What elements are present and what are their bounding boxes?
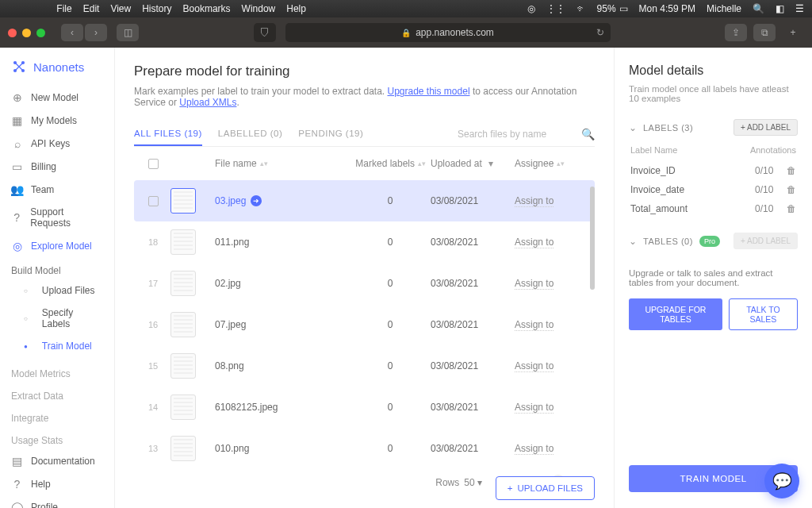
assign-to-link[interactable]: Assign to [515,237,553,248]
file-name[interactable]: 02.jpg [215,278,350,289]
menu-help[interactable]: Help [286,3,306,14]
control-center-icon[interactable]: ◧ [776,3,784,14]
upload-files-button[interactable]: +UPLOAD FILES [496,476,595,500]
nav-help[interactable]: ?Help [0,472,114,495]
sidebar-toggle[interactable]: ◫ [117,24,139,41]
share-button[interactable]: ⇪ [725,24,747,41]
col-assignee[interactable]: Assignee▴▾ [515,158,586,169]
nav-integrate[interactable]: Integrate [0,405,114,427]
assign-to-link[interactable]: Assign to [515,360,553,372]
notification-icon[interactable]: ☰ [795,3,804,14]
file-thumbnail[interactable] [170,229,196,255]
menu-bookmarks[interactable]: Bookmarks [183,3,231,14]
file-name[interactable]: 08.png [215,360,350,371]
maximize-window[interactable] [36,29,45,37]
scrollbar[interactable] [590,187,595,290]
upgrade-tables-button[interactable]: UPGRADE FOR TABLES [629,298,722,330]
menu-window[interactable]: Window [242,3,276,14]
nav-train-model[interactable]: Train Model [0,335,114,357]
table-row[interactable]: 18011.png003/08/2021Assign to [134,221,595,263]
chevron-down-icon[interactable]: ⌄ [629,122,637,133]
col-uploaded[interactable]: Uploaded at▾ [431,158,510,169]
wifi-icon[interactable]: ⋮⋮ [546,3,565,14]
nav-api-keys[interactable]: ⌕API Keys [0,132,114,155]
table-row[interactable]: 1607.jpeg003/08/2021Assign to [134,304,595,345]
uploaded-date: 03/08/2021 [431,443,510,454]
file-thumbnail[interactable] [170,271,196,296]
upload-xmls-link[interactable]: Upload XMLs [179,97,236,108]
assign-to-link[interactable]: Assign to [515,319,553,331]
rows-select[interactable]: 50 ▾ [464,477,482,488]
file-name[interactable]: 61082125.jpeg [215,402,350,413]
nav-billing[interactable]: ▭Billing [0,155,114,178]
select-all-checkbox[interactable] [148,159,159,169]
tabs-button[interactable]: ⧉ [753,24,776,41]
assign-to-link[interactable]: Assign to [515,278,553,290]
clock[interactable]: Mon 4:59 PM [639,3,695,14]
tab-all-files[interactable]: ALL FILES (19) [134,122,202,146]
wifi-icon[interactable]: ᯤ [576,3,586,14]
delete-label-icon[interactable]: 🗑 [787,184,796,195]
close-window[interactable] [8,29,17,37]
nav-team[interactable]: 👥Team [0,178,114,201]
file-thumbnail[interactable] [170,312,196,337]
reload-icon[interactable]: ↻ [596,27,604,38]
file-thumbnail[interactable] [170,394,196,420]
delete-label-icon[interactable]: 🗑 [787,165,796,176]
menu-edit[interactable]: Edit [83,3,100,14]
row-checkbox[interactable] [148,196,159,206]
file-name[interactable]: 07.jpeg [215,319,350,330]
col-marked[interactable]: Marked labels▴▾ [354,158,426,169]
nav-profile[interactable]: ◯Profile [0,495,114,508]
user-name[interactable]: Michelle [707,3,741,14]
talk-to-sales-button[interactable]: TALK TO SALES [729,298,798,330]
file-name[interactable]: 011.png [215,237,350,248]
assign-to-link[interactable]: Assign to [515,195,553,207]
col-filename[interactable]: File name▴▾ [215,158,350,169]
file-name[interactable]: 010.png [215,443,350,454]
tab-labelled[interactable]: LABELLED (0) [218,122,282,146]
file-thumbnail[interactable] [170,188,196,214]
nav-explore-model[interactable]: ◎Explore Model [0,234,114,257]
search-input[interactable] [458,129,576,140]
menu-view[interactable]: View [110,3,131,14]
address-bar[interactable]: 🔒 app.nanonets.com ↻ [285,23,611,42]
brand[interactable]: Nanonets [0,59,114,86]
new-tab-button[interactable]: + [782,24,804,41]
table-row[interactable]: 1508.png003/08/2021Assign to [134,345,595,387]
nav-my-models[interactable]: ▦My Models [0,109,114,132]
nav-model-metrics[interactable]: Model Metrics [0,357,114,383]
privacy-shield-icon[interactable]: ⛉ [254,23,276,42]
chevron-down-icon[interactable]: ⌄ [629,236,637,247]
nav-usage-stats[interactable]: Usage Stats [0,427,114,449]
nav-new-model[interactable]: ⊕New Model [0,86,114,109]
nav-documentation[interactable]: ▤Documentation [0,449,114,472]
nav-build-model[interactable]: Build Model [0,257,114,279]
menu-file[interactable]: File [56,3,71,14]
delete-label-icon[interactable]: 🗑 [787,203,796,214]
spotlight-icon[interactable]: 🔍 [753,3,764,14]
forward-button[interactable]: › [85,24,107,41]
assign-to-link[interactable]: Assign to [515,443,553,455]
table-row[interactable]: 1702.jpg003/08/2021Assign to [134,263,595,304]
table-row[interactable]: 13010.png003/08/2021Assign to [134,428,595,467]
tab-pending[interactable]: PENDING (19) [298,122,363,146]
table-row[interactable]: 1461082125.jpeg003/08/2021Assign to [134,387,595,428]
intercom-launcher[interactable]: 💬 [764,464,799,498]
upgrade-link[interactable]: Upgrade this model [387,86,469,97]
back-button[interactable]: ‹ [61,24,83,41]
minimize-window[interactable] [22,29,31,37]
file-name[interactable]: 03.jpeg ➜ [215,195,350,206]
assign-to-link[interactable]: Assign to [515,402,553,414]
nav-upload-files[interactable]: Upload Files [0,279,114,302]
add-label-button[interactable]: + ADD LABEL [733,119,798,136]
search-icon[interactable]: 🔍 [581,128,595,140]
table-row[interactable]: 03.jpeg ➜003/08/2021Assign to🗑 [134,180,595,221]
menu-history[interactable]: History [142,3,171,14]
battery-status[interactable]: 95% ▭ [597,3,628,14]
nav-support[interactable]: ?Support Requests [0,201,114,234]
nav-specify-labels[interactable]: Specify Labels [0,302,114,335]
file-thumbnail[interactable] [170,436,196,461]
file-thumbnail[interactable] [170,353,196,379]
nav-extract-data[interactable]: Extract Data [0,383,114,405]
